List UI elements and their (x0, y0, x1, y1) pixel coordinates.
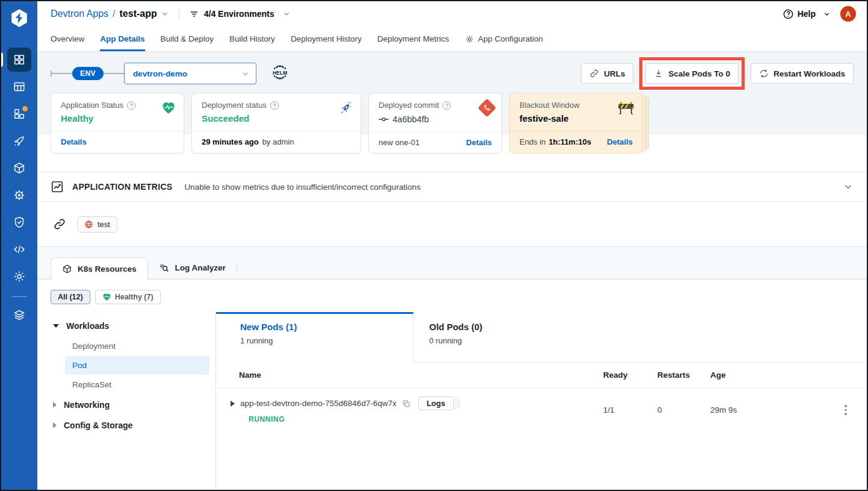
filter-all-label: All (12) (58, 293, 83, 301)
help-circle-icon[interactable]: ? (127, 101, 135, 110)
nav-global-config[interactable] (7, 264, 31, 289)
nav-deployments[interactable] (7, 129, 31, 153)
blackout-details-link[interactable]: Details (607, 137, 633, 146)
help-question-icon (783, 8, 794, 20)
app-link-chip-test[interactable]: test (77, 216, 117, 233)
restart-workloads-button-label: Restart Workloads (773, 69, 845, 78)
tab-strip-divider (237, 263, 237, 273)
row-kebab-menu[interactable] (825, 405, 867, 415)
tab-deployment-metrics[interactable]: Deployment Metrics (377, 27, 449, 51)
tab-build-deploy[interactable]: Build & Deploy (161, 27, 214, 51)
rail-divider (11, 296, 27, 297)
application-status-details-link[interactable]: Details (61, 137, 87, 146)
environment-select[interactable]: devtron-demo (124, 63, 256, 84)
tab-log-analyzer-label: Log Analyzer (175, 263, 226, 272)
tree-group-workloads[interactable]: Workloads (37, 316, 215, 336)
commit-icon (379, 116, 389, 123)
caret-right-icon (53, 402, 57, 408)
metrics-expand-chevron-icon[interactable] (843, 181, 854, 192)
tab-k8s-resources[interactable]: K8s Resources (51, 257, 148, 280)
layers-stack-icon (13, 308, 26, 322)
blackout-ends-label: Ends in (519, 137, 545, 146)
app-links-row: test (37, 202, 867, 247)
filter-healthy[interactable]: Healthy (7) (95, 290, 161, 304)
devtron-logo[interactable] (8, 7, 31, 30)
nav-chart-store[interactable] (7, 183, 31, 207)
nav-jobs[interactable] (7, 102, 31, 126)
tab-new-pods-label: New Pods (1) (240, 322, 413, 332)
application-metrics-title: APPLICATION METRICS (72, 182, 172, 192)
app-tabs: Overview App Details Build & Deploy Buil… (37, 27, 867, 52)
copy-icon[interactable] (402, 399, 411, 408)
pod-table-row: app-test-devtron-demo-755d6846d7-6qw7x L… (216, 388, 867, 432)
help-menu[interactable]: Help (783, 8, 831, 20)
blackout-countdown: 1h:11m:10s (548, 137, 591, 146)
tree-group-networking[interactable]: Networking (37, 395, 215, 415)
help-chevron-icon (823, 10, 831, 18)
gear-icon (465, 34, 474, 44)
tree-group-config-storage[interactable]: Config & Storage (37, 415, 215, 436)
nav-applications[interactable] (7, 48, 31, 72)
blackout-window-title: Blackout Window (519, 101, 580, 110)
commit-details-link[interactable]: Details (466, 138, 492, 147)
tab-build-history[interactable]: Build History (229, 27, 275, 51)
environment-select-chevron-icon (241, 69, 250, 78)
tab-deployment-history[interactable]: Deployment History (291, 27, 362, 51)
help-circle-icon[interactable]: ? (442, 101, 451, 110)
scale-down-icon (654, 69, 663, 78)
nav-resource-browser[interactable] (7, 156, 31, 180)
tab-new-pods[interactable]: New Pods (1) 1 running (216, 312, 414, 363)
help-circle-icon[interactable]: ? (270, 101, 279, 110)
main-area: Devtron Apps / test-app 4/4 Environments… (37, 1, 867, 490)
restart-workloads-button[interactable]: Restart Workloads (751, 63, 854, 84)
app-switch-chevron-icon[interactable] (161, 10, 169, 18)
tab-overview[interactable]: Overview (51, 27, 84, 51)
deployment-status-card: Deployment status ? Succeeded 29 minutes… (191, 93, 361, 154)
resource-tab-strip: K8s Resources Log Analyzer (37, 247, 867, 280)
env-connector-line (52, 73, 72, 74)
helm-app-icon: HELM (270, 63, 290, 84)
column-name: Name (239, 371, 603, 380)
tree-item-deployment[interactable]: Deployment (65, 337, 209, 355)
nav-app-groups[interactable] (7, 75, 31, 99)
tab-old-pods[interactable]: Old Pods (0) 0 running (414, 312, 867, 363)
devtron-logo-icon (9, 8, 29, 28)
application-metrics-message: Unable to show metrics due to insufficie… (184, 183, 420, 192)
pod-status: RUNNING (249, 415, 603, 424)
application-status-value: Healthy (61, 113, 175, 124)
scale-pods-to-zero-button[interactable]: Scale Pods To 0 (645, 63, 739, 84)
deployment-status-value: Succeeded (202, 113, 352, 124)
cube-icon (13, 161, 26, 175)
gear-icon (13, 270, 26, 283)
globe-icon (84, 220, 93, 229)
nav-api[interactable] (7, 237, 31, 261)
nav-security[interactable] (7, 210, 31, 234)
deployed-commit-title: Deployed commit (379, 101, 439, 110)
application-metrics-bar[interactable]: APPLICATION METRICS Unable to show metri… (37, 172, 867, 202)
tab-log-analyzer[interactable]: Log Analyzer (148, 257, 237, 279)
tree-item-replicaset[interactable]: ReplicaSet (65, 375, 209, 394)
health-heart-icon (161, 101, 176, 117)
pod-ready: 1/1 (603, 405, 657, 414)
rocket-icon (13, 134, 26, 148)
chain-link-icon (53, 217, 66, 231)
user-avatar[interactable]: A (840, 6, 856, 22)
tree-item-pod[interactable]: Pod (65, 356, 209, 375)
urls-button[interactable]: URLs (581, 63, 633, 84)
git-icon (480, 101, 494, 114)
environment-select-value: devtron-demo (133, 69, 187, 78)
nav-stack-manager[interactable] (7, 303, 31, 327)
column-ready: Ready (603, 371, 657, 380)
filter-icon (189, 9, 199, 19)
logs-button[interactable]: Logs (418, 396, 454, 410)
environments-chevron-icon (282, 10, 291, 18)
tab-app-configuration[interactable]: App Configuration (465, 27, 543, 51)
annotation-highlight-box: Scale Pods To 0 (639, 57, 745, 90)
row-expand-caret-icon[interactable] (231, 401, 235, 407)
filter-all[interactable]: All (12) (51, 290, 90, 304)
pod-restarts: 0 (657, 405, 710, 414)
tab-app-details[interactable]: App Details (100, 27, 144, 51)
breadcrumb-root-link[interactable]: Devtron Apps (51, 8, 108, 19)
environments-filter[interactable]: 4/4 Environments (189, 9, 291, 19)
k8s-resources-panel: All (12) Healthy (7) Workloads Deploymen… (37, 280, 867, 490)
